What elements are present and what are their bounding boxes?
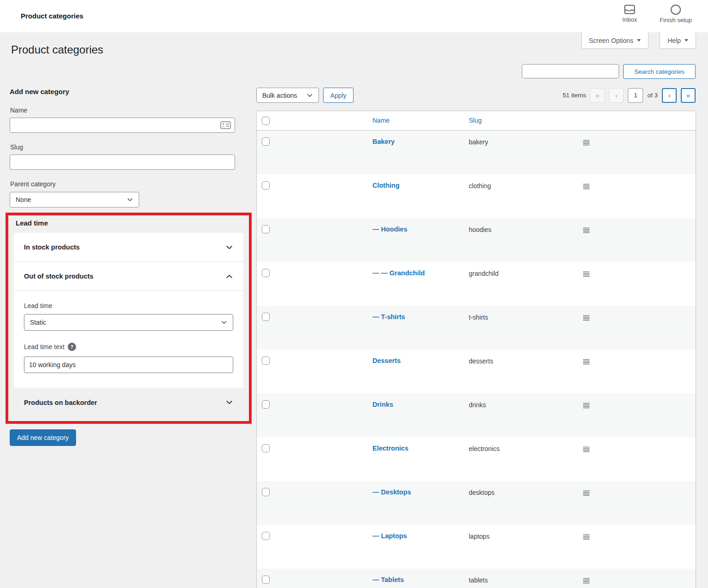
table-header-row: Name Slug: [257, 111, 696, 131]
row-checkbox[interactable]: [262, 225, 270, 233]
name-column-header[interactable]: Name: [372, 117, 389, 124]
row-checkbox[interactable]: [262, 488, 270, 496]
apply-button[interactable]: Apply: [323, 88, 354, 103]
parent-category-label: Parent category: [10, 180, 56, 188]
admin-bar-title: Product categories: [21, 12, 83, 20]
drag-handle-icon[interactable]: [583, 490, 590, 496]
row-checkbox[interactable]: [262, 269, 270, 277]
bulk-actions-select[interactable]: Bulk actions: [256, 88, 319, 103]
table-row: — Tablets tablets: [257, 569, 696, 588]
contact-card-icon[interactable]: [220, 121, 231, 129]
row-checkbox[interactable]: [262, 356, 270, 365]
category-slug: tablets: [469, 576, 488, 584]
slug-column-header[interactable]: Slug: [469, 117, 482, 124]
table-row: Clothing clothing: [257, 174, 696, 218]
last-page-button[interactable]: »: [681, 88, 696, 103]
chevron-down-icon: [221, 319, 227, 326]
row-checkbox[interactable]: [262, 576, 270, 584]
accordion-out-of-stock[interactable]: Out of stock products: [14, 262, 243, 291]
parent-category-value: None: [16, 196, 31, 203]
category-slug: hoodies: [469, 226, 491, 233]
category-name-link[interactable]: — — Grandchild: [372, 269, 425, 277]
search-categories-button[interactable]: Search categories: [623, 64, 696, 79]
drag-handle-icon[interactable]: [583, 315, 590, 321]
next-page-button[interactable]: ›: [662, 88, 677, 103]
drag-handle-icon[interactable]: [583, 578, 590, 584]
category-name-link[interactable]: Drinks: [372, 401, 393, 408]
chevron-up-icon: [225, 273, 233, 280]
name-label: Name: [10, 107, 27, 114]
category-name-link[interactable]: Desserts: [372, 357, 401, 364]
drag-handle-icon[interactable]: [583, 271, 590, 277]
row-checkbox[interactable]: [262, 400, 270, 409]
slug-input[interactable]: [10, 154, 235, 170]
finish-setup-button[interactable]: Finish setup: [655, 5, 696, 24]
first-page-button: «: [590, 88, 605, 103]
category-name-link[interactable]: Bakery: [372, 138, 395, 145]
backorder-label: Products on backorder: [24, 399, 97, 406]
chevron-down-icon: [225, 398, 233, 406]
category-name-link[interactable]: Electronics: [372, 445, 408, 452]
name-input[interactable]: [10, 118, 235, 133]
category-slug: clothing: [469, 182, 491, 190]
items-count: 51 items: [562, 92, 586, 99]
drag-handle-icon[interactable]: [583, 359, 590, 365]
lead-time-field-label: Lead time: [24, 302, 233, 309]
accordion-backorder[interactable]: Products on backorder: [14, 388, 243, 417]
pagination: 51 items « ‹ of 3 › »: [562, 88, 696, 103]
table-row: Desserts desserts: [257, 350, 696, 393]
help-label: Help: [667, 37, 681, 44]
category-name-link[interactable]: — Hoodies: [372, 226, 407, 233]
chevron-down-icon: [225, 244, 233, 251]
add-category-heading: Add new category: [10, 88, 69, 95]
category-slug: grandchild: [469, 270, 499, 277]
category-name-link[interactable]: Clothing: [372, 182, 400, 189]
lead-time-text-input[interactable]: [24, 356, 233, 373]
page-title: Product categories: [11, 43, 103, 56]
out-of-stock-label: Out of stock products: [24, 273, 94, 280]
chevron-down-icon: [127, 196, 133, 203]
parent-category-select[interactable]: None: [10, 192, 139, 208]
drag-handle-icon[interactable]: [583, 184, 590, 190]
drag-handle-icon[interactable]: [583, 403, 590, 409]
inbox-button[interactable]: Inbox: [616, 5, 643, 23]
inbox-icon: [624, 5, 635, 14]
screen-options-tab[interactable]: Screen Options: [581, 32, 649, 49]
drag-handle-icon[interactable]: [583, 534, 590, 540]
table-row: Bakery bakery: [257, 131, 696, 174]
category-name-link[interactable]: — Laptops: [372, 532, 407, 540]
row-checkbox[interactable]: [262, 532, 270, 540]
drag-handle-icon[interactable]: [583, 140, 590, 146]
search-input[interactable]: [522, 64, 619, 78]
lead-time-heading: Lead time: [16, 219, 48, 227]
row-checkbox[interactable]: [262, 137, 270, 146]
help-tab[interactable]: Help: [660, 32, 696, 49]
out-of-stock-panel: Lead time Static Lead time text ?: [14, 291, 243, 388]
select-all-checkbox[interactable]: [262, 117, 270, 125]
lead-time-type-value: Static: [30, 319, 46, 326]
row-checkbox[interactable]: [262, 181, 270, 190]
setup-progress-icon: [671, 5, 681, 15]
lead-time-type-select[interactable]: Static: [24, 314, 233, 331]
add-new-category-button[interactable]: Add new category: [10, 429, 76, 446]
table-row: — T-shirts t-shirts: [257, 306, 696, 350]
category-name-link[interactable]: — Desktops: [372, 488, 411, 496]
row-checkbox[interactable]: [262, 444, 270, 452]
caret-down-icon: [637, 39, 641, 42]
help-icon[interactable]: ?: [68, 343, 76, 351]
table-row: — Laptops laptops: [257, 525, 696, 569]
category-slug: laptops: [469, 533, 490, 540]
drag-handle-icon[interactable]: [583, 227, 590, 233]
category-name-link[interactable]: — Tablets: [372, 576, 404, 583]
category-name-link[interactable]: — T-shirts: [372, 313, 405, 321]
category-slug: electronics: [469, 445, 500, 452]
drag-handle-icon[interactable]: [583, 446, 590, 452]
table-row: — — Grandchild grandchild: [257, 262, 696, 306]
category-slug: bakery: [469, 138, 488, 146]
slug-label: Slug: [10, 143, 23, 151]
accordion-in-stock[interactable]: In stock products: [14, 233, 243, 262]
row-checkbox[interactable]: [262, 313, 270, 321]
current-page-input[interactable]: [628, 88, 643, 103]
screen-options-label: Screen Options: [589, 37, 634, 44]
table-row: Drinks drinks: [257, 393, 696, 437]
